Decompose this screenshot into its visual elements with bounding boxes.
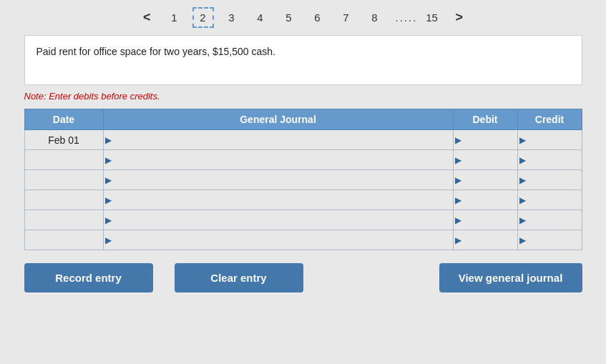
debit-arrow-4: ▶ (455, 215, 461, 225)
date-cell-5 (24, 230, 103, 250)
debit-input-4[interactable] (454, 210, 517, 230)
debit-arrow-3: ▶ (455, 195, 461, 205)
table-row: ▶▶▶ (24, 230, 582, 250)
credit-cell-1[interactable]: ▶ (517, 150, 582, 170)
credit-cell-5[interactable]: ▶ (517, 230, 582, 250)
debit-input-2[interactable] (454, 170, 517, 190)
journal-input-0[interactable] (104, 130, 453, 149)
debit-cell-4[interactable]: ▶ (453, 210, 517, 230)
page-6[interactable]: 6 (307, 9, 328, 26)
debit-cell-3[interactable]: ▶ (453, 190, 517, 210)
view-general-journal-button[interactable]: View general journal (439, 263, 582, 292)
journal-input-3[interactable] (104, 190, 453, 210)
date-cell-1 (24, 150, 103, 170)
clear-entry-button[interactable]: Clear entry (175, 263, 303, 292)
journal-input-5[interactable] (104, 230, 453, 250)
page-4[interactable]: 4 (250, 9, 271, 26)
journal-cell-0[interactable]: ▶ (103, 130, 453, 150)
credit-arrow-4: ▶ (519, 215, 526, 225)
credit-cell-0[interactable]: ▶ (517, 130, 582, 150)
page-15[interactable]: 15 (421, 9, 443, 26)
date-cell-3 (24, 190, 103, 210)
credit-arrow-0: ▶ (519, 135, 526, 145)
table-row: ▶▶▶ (24, 170, 582, 190)
credit-cell-3[interactable]: ▶ (517, 190, 582, 210)
header-debit: Debit (453, 109, 517, 130)
journal-cell-4[interactable]: ▶ (103, 210, 453, 230)
journal-arrow-1: ▶ (105, 155, 112, 165)
credit-arrow-5: ▶ (519, 235, 526, 245)
note-text: Note: Enter debits before credits. (24, 91, 160, 102)
debit-cell-2[interactable]: ▶ (453, 170, 517, 190)
credit-cell-4[interactable]: ▶ (517, 210, 582, 230)
journal-arrow-0: ▶ (105, 135, 112, 145)
debit-cell-0[interactable]: ▶ (453, 130, 517, 150)
credit-input-2[interactable] (518, 170, 582, 190)
debit-arrow-2: ▶ (455, 175, 461, 185)
credit-cell-2[interactable]: ▶ (517, 170, 582, 190)
table-row: Feb 01▶▶▶ (24, 130, 582, 150)
journal-cell-2[interactable]: ▶ (103, 170, 453, 190)
buttons-row: Record entry Clear entry View general jo… (24, 263, 582, 292)
debit-input-1[interactable] (454, 150, 517, 169)
debit-input-5[interactable] (454, 230, 517, 250)
journal-cell-3[interactable]: ▶ (103, 190, 453, 210)
credit-arrow-3: ▶ (519, 195, 526, 205)
credit-input-1[interactable] (518, 150, 582, 169)
debit-arrow-5: ▶ (455, 235, 461, 245)
page-dots: ..... (393, 9, 414, 26)
journal-arrow-5: ▶ (105, 235, 112, 245)
journal-cell-5[interactable]: ▶ (103, 230, 453, 250)
credit-input-4[interactable] (518, 210, 582, 230)
journal-arrow-3: ▶ (105, 195, 112, 205)
table-row: ▶▶▶ (24, 210, 582, 230)
page-3[interactable]: 3 (221, 9, 243, 26)
credit-input-5[interactable] (518, 230, 582, 250)
table-row: ▶▶▶ (24, 150, 582, 170)
debit-cell-1[interactable]: ▶ (453, 150, 517, 170)
journal-input-2[interactable] (104, 170, 453, 190)
prev-arrow[interactable]: < (137, 7, 157, 28)
header-credit: Credit (517, 109, 582, 130)
credit-input-0[interactable] (518, 130, 582, 149)
date-cell-2 (24, 170, 103, 190)
debit-input-3[interactable] (454, 190, 517, 210)
journal-cell-1[interactable]: ▶ (103, 150, 453, 170)
credit-input-3[interactable] (518, 190, 582, 210)
debit-cell-5[interactable]: ▶ (453, 230, 517, 250)
note: Note: Enter debits before credits. (24, 91, 582, 102)
debit-arrow-0: ▶ (455, 135, 461, 145)
pagination: < 1 2 3 4 5 6 7 8 ..... 15 > (14, 7, 592, 28)
record-entry-button[interactable]: Record entry (24, 263, 153, 292)
date-cell-0: Feb 01 (24, 130, 103, 150)
credit-arrow-2: ▶ (519, 175, 526, 185)
page-8[interactable]: 8 (364, 9, 386, 26)
description-box: Paid rent for office space for two years… (24, 35, 582, 85)
journal-input-1[interactable] (104, 150, 453, 169)
page-1[interactable]: 1 (164, 9, 185, 26)
table-row: ▶▶▶ (24, 190, 582, 210)
debit-arrow-1: ▶ (455, 155, 461, 165)
page-5[interactable]: 5 (278, 9, 300, 26)
page-2[interactable]: 2 (192, 7, 214, 28)
description-text: Paid rent for office space for two years… (36, 46, 275, 57)
header-journal: General Journal (103, 109, 453, 130)
credit-arrow-1: ▶ (519, 155, 526, 165)
journal-arrow-4: ▶ (105, 215, 112, 225)
header-date: Date (24, 109, 103, 130)
table-header-row: Date General Journal Debit Credit (24, 109, 582, 130)
debit-input-0[interactable] (454, 130, 517, 149)
journal-input-4[interactable] (104, 210, 453, 230)
journal-arrow-2: ▶ (105, 175, 112, 185)
date-cell-4 (24, 210, 103, 230)
journal-table: Date General Journal Debit Credit Feb 01… (24, 109, 582, 250)
page-7[interactable]: 7 (336, 9, 357, 26)
next-arrow[interactable]: > (450, 7, 469, 28)
